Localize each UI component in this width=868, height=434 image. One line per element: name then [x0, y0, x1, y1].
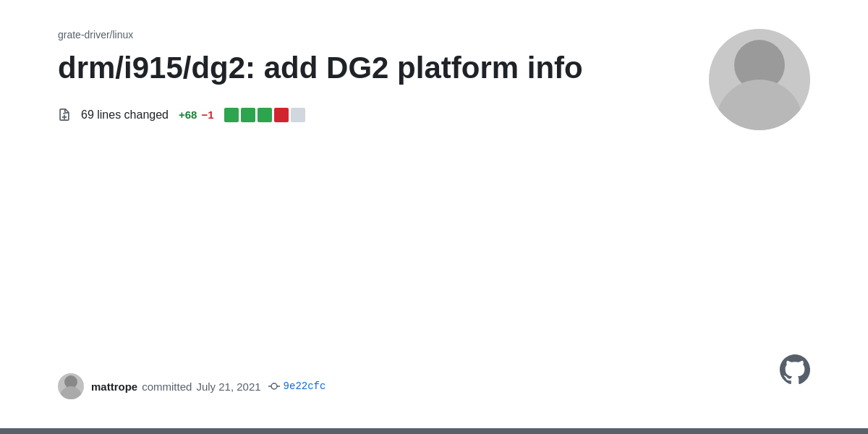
page-container: grate-driver/linux drm/i915/dg2: add DG2…: [0, 0, 868, 434]
diff-block-4: [274, 108, 289, 122]
diff-block-3: [258, 108, 272, 122]
stats-row: 69 lines changed +68 −1: [58, 108, 810, 122]
diff-block-2: [241, 108, 255, 122]
small-avatar-body: [60, 386, 82, 399]
avatar-body: [716, 80, 803, 130]
diff-block-1: [224, 108, 239, 122]
lines-changed-text: 69 lines changed: [81, 109, 169, 122]
github-icon: [780, 354, 810, 385]
author-avatar-large: [709, 29, 810, 130]
diff-block-5: [291, 108, 305, 122]
commit-hash-link[interactable]: 9e22cfc: [284, 380, 326, 392]
author-row: mattrope committed July 21, 2021 9e22cfc: [58, 359, 810, 399]
file-diff-icon: [58, 109, 71, 122]
commit-node-icon: [268, 380, 280, 392]
diff-stats: +68 −1: [179, 109, 214, 121]
commit-date: July 21, 2021: [196, 380, 260, 393]
diff-blocks: [224, 108, 305, 122]
commit-hash-row: 9e22cfc: [268, 380, 326, 392]
author-info: mattrope committed July 21, 2021: [91, 380, 261, 393]
committed-label: committed: [142, 380, 192, 393]
footer-bar: [0, 428, 868, 434]
commit-title: drm/i915/dg2: add DG2 platform info: [58, 49, 600, 88]
person-avatar-large: [709, 29, 810, 130]
repo-breadcrumb[interactable]: grate-driver/linux: [58, 29, 810, 41]
svg-point-0: [271, 383, 277, 389]
main-content: grate-driver/linux drm/i915/dg2: add DG2…: [0, 0, 868, 428]
additions-count: +68: [179, 109, 197, 121]
author-name[interactable]: mattrope: [91, 380, 137, 393]
deletions-count: −1: [201, 109, 213, 121]
author-avatar-small: [58, 373, 84, 399]
